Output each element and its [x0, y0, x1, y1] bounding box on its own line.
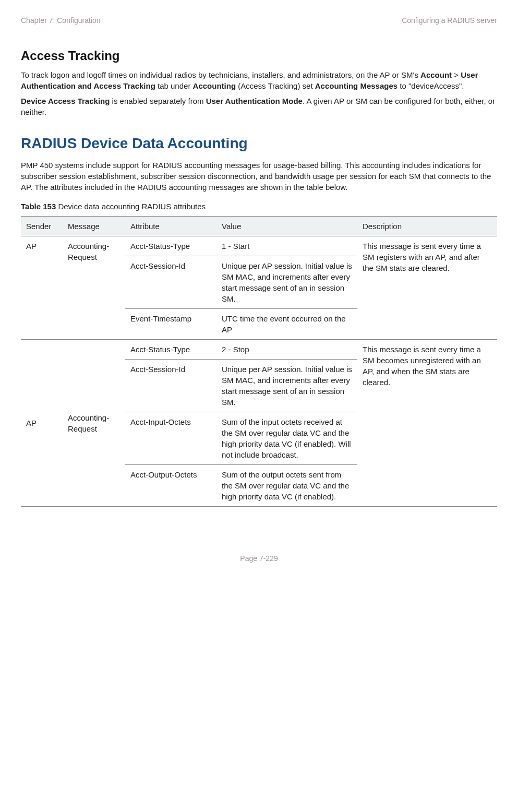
table-caption: Table 153 Device data accounting RADIUS … — [21, 201, 497, 212]
cell-sender: AP — [21, 340, 63, 507]
col-header-value: Value — [216, 217, 357, 236]
cell-message: Accounting-Request — [63, 236, 125, 340]
paragraph-access-tracking-1: To track logon and logoff times on indiv… — [21, 69, 497, 91]
text: is enabled separately from — [110, 97, 206, 105]
bold-user-auth-mode: User Authentication Mode — [206, 97, 303, 105]
bold-accounting-messages: Accounting Messages — [315, 81, 397, 90]
text: to "deviceAccess". — [397, 81, 464, 90]
cell-description: This message is sent every time a SM reg… — [357, 236, 497, 340]
bold-accounting: Accounting — [193, 81, 236, 90]
header-chapter: Chapter 7: Configuration — [21, 16, 101, 26]
col-header-description: Description — [357, 217, 497, 236]
col-header-message: Message — [63, 217, 125, 236]
cell-attribute: Acct-Session-Id — [125, 256, 216, 309]
cell-value: Sum of the output octets sent from the S… — [216, 465, 357, 507]
cell-value: 1 - Start — [216, 236, 357, 256]
table-header-row: Sender Message Attribute Value Descripti… — [21, 217, 497, 236]
cell-sender: AP — [21, 236, 63, 340]
table-number: Table 153 — [21, 202, 56, 211]
cell-value: Unique per AP session. Initial value is … — [216, 256, 357, 309]
heading-radius-accounting: RADIUS Device Data Accounting — [21, 133, 497, 153]
cell-value: Sum of the input octets received at the … — [216, 412, 357, 465]
header-topic: Configuring a RADIUS server — [402, 16, 497, 26]
table-row: AP Accounting-Request Acct-Status-Type 1… — [21, 236, 497, 256]
col-header-sender: Sender — [21, 217, 63, 236]
cell-attribute: Acct-Output-Octets — [125, 465, 216, 507]
bold-account: Account — [420, 70, 452, 79]
cell-attribute: Acct-Status-Type — [125, 236, 216, 256]
table-row: AP Accounting-Request Acct-Status-Type 2… — [21, 340, 497, 360]
cell-attribute: Event-Timestamp — [125, 309, 216, 340]
col-header-attribute: Attribute — [125, 217, 216, 236]
heading-access-tracking: Access Tracking — [21, 47, 497, 65]
paragraph-radius-accounting: PMP 450 systems include support for RADI… — [21, 160, 497, 193]
text: (Access Tracking) set — [236, 81, 315, 90]
cell-description: This message is sent every time a SM bec… — [357, 340, 497, 507]
page-header: Chapter 7: Configuration Configuring a R… — [21, 16, 497, 26]
paragraph-access-tracking-2: Device Access Tracking is enabled separa… — [21, 95, 497, 117]
radius-attributes-table: Sender Message Attribute Value Descripti… — [21, 216, 497, 507]
cell-attribute: Acct-Status-Type — [125, 340, 216, 360]
cell-value: 2 - Stop — [216, 340, 357, 360]
cell-value: Unique per AP session. Initial value is … — [216, 360, 357, 412]
text: tab under — [155, 81, 193, 90]
text: To track logon and logoff times on indiv… — [21, 70, 420, 79]
cell-message: Accounting-Request — [63, 340, 125, 507]
text: > — [452, 70, 461, 79]
page-footer: Page 7-229 — [21, 554, 497, 564]
table-title: Device data accounting RADIUS attributes — [56, 202, 206, 211]
cell-attribute: Acct-Session-Id — [125, 360, 216, 412]
bold-device-access-tracking: Device Access Tracking — [21, 97, 110, 105]
cell-value: UTC time the event occurred on the AP — [216, 309, 357, 340]
cell-attribute: Acct-Input-Octets — [125, 412, 216, 465]
